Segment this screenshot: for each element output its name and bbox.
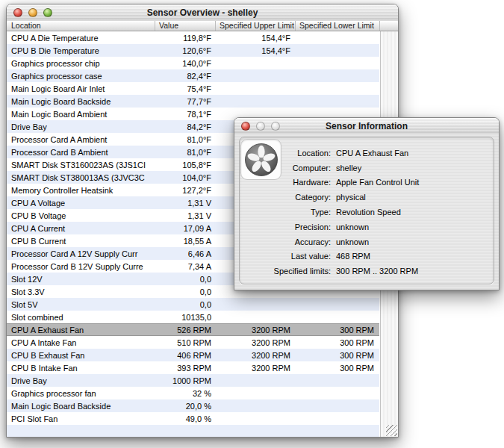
cell-location: CPU A Intake Fan (7, 338, 155, 347)
cell-upper-limit: 3200 RPM (215, 364, 295, 373)
info-field-label: Category: (234, 193, 331, 202)
cell-value: 81,0°F (155, 135, 215, 144)
cell-value: 119,8°F (155, 34, 215, 43)
cell-value: 78,1°F (155, 110, 215, 119)
info-field: Last value: 468 RPM (234, 249, 499, 264)
cell-lower-limit: 300 RPM (295, 338, 379, 347)
cell-value: 526 RPM (155, 326, 215, 335)
cell-value: 7,34 A (155, 262, 215, 271)
cell-location: Graphics processor chip (7, 59, 155, 68)
info-field-value: 300 RPM .. 3200 RPM (336, 267, 418, 276)
info-field: Hardware: Apple Fan Control Unit (234, 175, 499, 190)
info-content: Location: CPU A Exhaust Fan Computer: sh… (234, 134, 499, 290)
info-field-value: 468 RPM (336, 252, 370, 261)
cell-value: 104,0°F (155, 173, 215, 182)
table-row[interactable]: CPU A Exhaust Fan 526 RPM 3200 RPM 300 R… (7, 323, 379, 336)
cell-value: 0,0 (155, 275, 215, 284)
cell-value: 120,6°F (155, 46, 215, 55)
cell-upper-limit: 154,4°F (215, 46, 295, 55)
table-row[interactable]: Slot 5V 0,0 (7, 298, 379, 311)
cell-location: Graphics processor fan (7, 389, 155, 398)
cell-value: 393 RPM (155, 364, 215, 373)
cell-value: 77,7°F (155, 97, 215, 106)
info-field-value: unknown (336, 237, 369, 246)
cell-value: 82,4°F (155, 72, 215, 81)
column-header-value[interactable]: Value (155, 21, 215, 31)
table-row[interactable]: Graphics processor fan 32 % (7, 387, 379, 399)
cell-upper-limit: 3200 RPM (215, 351, 295, 360)
cell-location: CPU B Exhaust Fan (7, 351, 155, 360)
info-field: Specified limits: 300 RPM .. 3200 RPM (234, 264, 499, 279)
cell-location: Slot 5V (7, 300, 155, 309)
cell-location: Main Logic Board Ambient (7, 110, 155, 119)
table-row[interactable]: CPU B Exhaust Fan 406 RPM 3200 RPM 300 R… (7, 349, 379, 361)
cell-location: SMART Disk ST3160023AS (3JS1CI (7, 161, 155, 169)
table-row[interactable]: Graphics processor chip 140,0°F (7, 57, 379, 69)
table-row[interactable]: Drive Bay 1000 RPM (7, 374, 379, 387)
minimize-button-icon (256, 122, 265, 131)
table-row[interactable]: CPU B Intake Fan 393 RPM 3200 RPM 300 RP… (7, 361, 379, 374)
cell-upper-limit: 154,4°F (215, 34, 295, 43)
cell-value: 75,4°F (155, 84, 215, 93)
table-header: Location Value Specified Upper Limit Spe… (7, 21, 398, 31)
cell-location: Main Logic Board Backside (7, 97, 155, 106)
info-field-value: Revolution Speed (336, 208, 401, 217)
table-row[interactable]: Main Logic Board Backside 77,7°F (7, 95, 379, 108)
info-field-value: Apple Fan Control Unit (336, 178, 419, 187)
cell-value: 32 % (155, 389, 215, 398)
cell-value: 1000 RPM (155, 376, 215, 385)
info-field-label: Specified limits: (234, 267, 331, 276)
cell-value: 1,31 V (155, 199, 215, 208)
cell-location: Main Logic Board Backside (7, 402, 155, 411)
cell-value: 18,55 A (155, 237, 215, 246)
cell-location: CPU A Exhaust Fan (7, 326, 155, 335)
info-field-value: unknown (336, 223, 369, 231)
cell-location: CPU A Die Temperature (7, 34, 155, 43)
table-row[interactable]: CPU A Intake Fan 510 RPM 3200 RPM 300 RP… (7, 336, 379, 349)
table-row[interactable]: Graphics processor case 82,4°F (7, 69, 379, 82)
table-row[interactable]: CPU A Die Temperature 119,8°F 154,4°F (7, 31, 379, 44)
cell-location: CPU B Voltage (7, 211, 155, 220)
info-field-label: Accuracy: (234, 237, 331, 246)
minimize-button-icon[interactable] (28, 8, 37, 17)
cell-location: PCI Slot Fan (7, 414, 155, 423)
window-controls (13, 8, 52, 17)
info-field-label: Hardware: (234, 178, 331, 187)
cell-location: Graphics processor case (7, 72, 155, 81)
window-title: Sensor Overview - shelley (7, 4, 398, 21)
cell-value: 84,2°F (155, 122, 215, 131)
info-field-label: Location: (234, 149, 331, 158)
column-header-upper-limit[interactable]: Specified Upper Limit (215, 21, 295, 31)
cell-value: 0,0 (155, 287, 215, 296)
cell-value: 10135,0 (155, 313, 215, 322)
table-row[interactable]: Slot combined 10135,0 (7, 311, 379, 323)
table-row[interactable]: PCI Slot Fan 49,0 % (7, 412, 379, 425)
close-button-icon[interactable] (241, 122, 250, 131)
cell-value: 127,2°F (155, 186, 215, 195)
info-field: Computer: shelley (234, 161, 499, 175)
overview-titlebar[interactable]: Sensor Overview - shelley (7, 4, 398, 22)
cell-value: 20,0 % (155, 402, 215, 411)
cell-location: Drive Bay (7, 122, 155, 131)
cell-location: Main Logic Board Air Inlet (7, 84, 155, 93)
cell-value: 510 RPM (155, 338, 215, 347)
table-row[interactable]: Main Logic Board Backside 20,0 % (7, 399, 379, 412)
cell-value: 406 RPM (155, 351, 215, 360)
zoom-button-icon[interactable] (43, 8, 52, 17)
close-button-icon[interactable] (13, 8, 22, 17)
info-field: Type: Revolution Speed (234, 205, 499, 220)
resize-grip-icon[interactable] (386, 425, 397, 436)
table-row[interactable]: CPU B Die Temperature 120,6°F 154,4°F (7, 44, 379, 57)
table-row[interactable]: Main Logic Board Air Inlet 75,4°F (7, 82, 379, 95)
cell-location: Slot combined (7, 313, 155, 322)
column-header-lower-limit[interactable]: Specified Lower Limit (295, 21, 379, 31)
cell-location: Slot 3.3V (7, 287, 155, 296)
cell-value: 49,0 % (155, 414, 215, 423)
info-field-value: physical (336, 193, 366, 202)
info-field: Category: physical (234, 190, 499, 205)
column-header-location[interactable]: Location (7, 21, 155, 31)
info-field: Precision: unknown (234, 220, 499, 234)
cell-location: CPU B Intake Fan (7, 364, 155, 373)
info-titlebar[interactable]: Sensor Information (234, 118, 499, 135)
info-field-label: Precision: (234, 223, 331, 231)
